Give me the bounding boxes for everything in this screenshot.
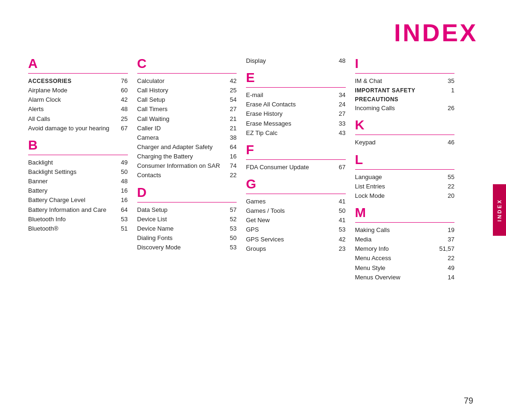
entry-label: Bluetooth Info	[28, 215, 115, 224]
entry-page: 46	[441, 138, 454, 147]
entry-label: Keypad	[355, 138, 442, 147]
list-item: Consumer Information on SAR74	[137, 161, 237, 171]
entry-page: 51	[115, 224, 128, 233]
entry-page: 25	[115, 114, 128, 124]
entry-page: 53	[223, 243, 237, 252]
section-letter-K: K	[355, 118, 455, 133]
entry-label: Games / Tools	[246, 206, 333, 216]
entry-label: GPS	[246, 225, 333, 234]
side-tab-label: INDEX	[497, 199, 502, 222]
list-item: Erase Messages33	[246, 119, 346, 128]
section-1-0: CCalculator42Call History25Call Setup54C…	[137, 56, 237, 180]
entry-label: ACCESSORIES	[28, 77, 115, 86]
list-item: Call Setup54	[137, 95, 237, 105]
section-letter-G: G	[246, 177, 346, 192]
list-item: List Entries22	[355, 182, 455, 191]
entry-page: 51,57	[439, 244, 454, 254]
entry-page: 16	[115, 195, 128, 205]
entry-page: 43	[333, 128, 346, 138]
list-item: Menu Access22	[355, 254, 455, 263]
entry-page: 50	[333, 206, 346, 216]
entry-page: 55	[441, 172, 454, 182]
entry-label: Battery Charge Level	[28, 195, 115, 205]
entry-label: Language	[355, 172, 442, 182]
section-divider-A	[28, 73, 128, 74]
list-item: Charger and Adapter Safety64	[137, 142, 237, 152]
list-item: Battery Information and Care64	[28, 205, 128, 215]
entry-page: 48	[115, 105, 128, 114]
entry-label: Discovery Mode	[137, 243, 224, 252]
entry-label: Airplane Mode	[28, 86, 115, 95]
entry-page: 53	[223, 224, 237, 233]
entry-page: 22	[441, 254, 454, 263]
entry-page: 42	[115, 95, 128, 105]
entry-page: 16	[115, 186, 128, 195]
list-item: Language55	[355, 172, 455, 182]
entry-label: E-mail	[246, 90, 333, 100]
entry-page: 67	[333, 163, 346, 172]
list-item: Backlight49	[28, 158, 128, 167]
entry-label: Erase Messages	[246, 119, 333, 128]
entry-page: 20	[441, 191, 454, 201]
entry-label: Dialing Fonts	[137, 233, 224, 243]
entry-label: Making Calls	[355, 225, 442, 235]
list-item: Erase All Contacts24	[246, 100, 346, 109]
list-item: Banner48	[28, 177, 128, 186]
entry-page: 53	[333, 225, 346, 234]
entry-page: 52	[223, 215, 237, 224]
list-item: Games41	[246, 197, 346, 206]
list-item: Backlight Settings50	[28, 167, 128, 177]
list-item: FDA Consumer Update67	[246, 163, 346, 172]
list-item: Menu Style49	[355, 263, 455, 273]
section-divider-K	[355, 135, 455, 135]
section-divider-D	[137, 202, 237, 202]
list-item: Call Timers27	[137, 105, 237, 114]
list-item: Get New41	[246, 216, 346, 225]
entry-label: Erase All Contacts	[246, 100, 333, 109]
list-item: IM & Chat35	[355, 76, 455, 86]
index-content: AACCESSORIES76Airplane Mode60Alarm Clock…	[28, 56, 464, 392]
list-item: Media37	[355, 235, 455, 244]
list-item: Call History25	[137, 86, 237, 95]
entry-page: 57	[223, 205, 237, 215]
entry-page: 21	[223, 124, 237, 133]
entry-label: Call History	[137, 86, 224, 95]
section-3-1: KKeypad46	[355, 118, 455, 147]
entry-label: Lock Mode	[355, 191, 442, 201]
entry-label: Device Name	[137, 224, 224, 233]
entry-label: Battery	[28, 186, 115, 195]
list-item: Games / Tools50	[246, 206, 346, 216]
section-0-0: AACCESSORIES76Airplane Mode60Alarm Clock…	[28, 56, 128, 133]
list-item: Alerts48	[28, 105, 128, 114]
list-item: Making Calls19	[355, 225, 455, 235]
list-item: Charging the Battery16	[137, 152, 237, 161]
section-divider-F	[246, 159, 346, 160]
list-item: Contacts22	[137, 171, 237, 180]
list-item: Erase History27	[246, 109, 346, 119]
entry-label: IM & Chat	[355, 76, 442, 86]
list-item: Data Setup57	[137, 205, 237, 215]
list-item: ACCESSORIES76	[28, 76, 128, 86]
entry-label: Battery Information and Care	[28, 205, 115, 215]
entry-label: Menus Overview	[355, 273, 442, 282]
entry-page: 53	[115, 215, 128, 224]
entry-page: 26	[441, 104, 454, 113]
entry-label: Backlight	[28, 158, 115, 167]
section-divider-G	[246, 194, 346, 194]
entry-page: 42	[223, 76, 237, 86]
list-item: Call Waiting21	[137, 114, 237, 124]
section-3-0: IIM & Chat35IMPORTANT SAFETY PRECAUTIONS…	[355, 56, 455, 113]
list-item: Bluetooth Info53	[28, 215, 128, 224]
entry-page: 37	[441, 235, 454, 244]
entry-label: Backlight Settings	[28, 167, 115, 177]
section-1-1: DData Setup57Device List52Device Name53D…	[137, 185, 237, 253]
list-item: Avoid damage to your hearing67	[28, 124, 128, 133]
list-item: Alarm Clock42	[28, 95, 128, 105]
section-divider-E	[246, 87, 346, 88]
entry-page: 19	[441, 225, 454, 235]
entry-label: GPS Services	[246, 235, 333, 244]
entry-page: 64	[115, 205, 128, 215]
list-item: Airplane Mode60	[28, 86, 128, 95]
section-divider-L	[355, 169, 455, 170]
entry-label: Call Setup	[137, 95, 224, 105]
